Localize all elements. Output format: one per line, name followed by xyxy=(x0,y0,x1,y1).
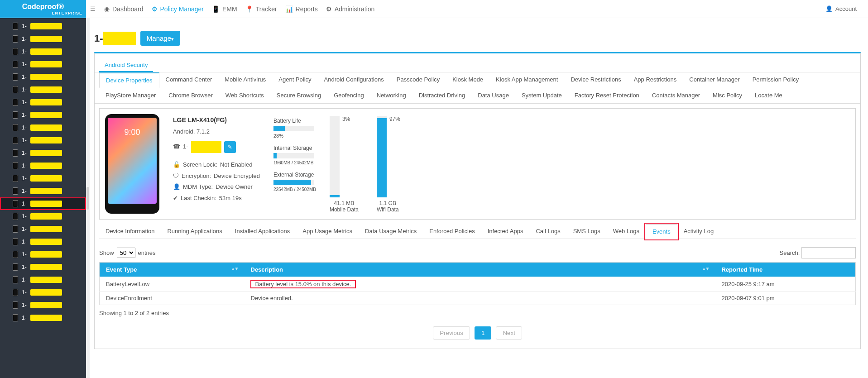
external-storage-label: External Storage xyxy=(273,172,316,178)
col-event-type[interactable]: Event Type▲▼ xyxy=(100,263,245,277)
sidebar-device-item[interactable]: 1-7 xyxy=(0,33,86,45)
nav-administration[interactable]: ⚙Administration xyxy=(326,5,375,13)
tab-agent-policy[interactable]: Agent Policy xyxy=(272,72,317,88)
tab-app-restrictions[interactable]: App Restrictions xyxy=(628,72,683,88)
tab-contacts-manager[interactable]: Contacts Manager xyxy=(646,88,706,103)
sidebar-device-item[interactable]: 1-7 xyxy=(0,273,86,286)
detail-tab-enforced-policies[interactable]: Enforced Policies xyxy=(423,224,481,239)
tab-playstore-manager[interactable]: PlayStore Manager xyxy=(99,88,162,103)
col-reported-time[interactable]: Reported Time xyxy=(715,263,856,277)
phone-icon xyxy=(13,175,18,182)
sidebar-device-item[interactable]: 1-7 xyxy=(0,96,86,109)
tab-web-shortcuts[interactable]: Web Shortcuts xyxy=(219,88,270,103)
col-description[interactable]: Description▲▼ xyxy=(245,263,715,277)
nav-tracker[interactable]: 📍Tracker xyxy=(245,5,277,13)
tab-mobile-antivirus[interactable]: Mobile Antivirus xyxy=(218,72,272,88)
phone-icon xyxy=(13,149,18,157)
tab-android-security[interactable]: Android Security xyxy=(99,59,153,72)
tab-kiosk-app-management[interactable]: Kiosk App Management xyxy=(489,72,564,88)
sidebar-device-item[interactable]: 1-7 xyxy=(0,45,86,58)
user-icon: 👤 xyxy=(173,182,180,193)
phone-icon xyxy=(13,124,18,131)
detail-tab-call-logs[interactable]: Call Logs xyxy=(529,224,566,239)
sidebar-device-item[interactable]: 1-7 xyxy=(0,210,86,223)
detail-tab-running-applications[interactable]: Running Applications xyxy=(161,224,228,239)
sidebar-device-item[interactable]: 1-7 xyxy=(0,147,86,159)
nav-reports[interactable]: 📊Reports xyxy=(285,5,318,13)
sidebar-device-item[interactable]: 1-7 xyxy=(0,134,86,147)
sidebar-device-item[interactable]: 1-7 xyxy=(0,185,86,197)
sidebar-device-item[interactable]: 1-7 xyxy=(0,261,86,273)
detail-tab-events[interactable]: Events xyxy=(646,224,677,239)
sidebar-device-item[interactable]: 1-7 xyxy=(0,223,86,235)
detail-tab-infected-apps[interactable]: Infected Apps xyxy=(481,224,530,239)
sidebar-device-item[interactable]: 1-7 xyxy=(0,197,86,210)
tab-kiosk-mode[interactable]: Kiosk Mode xyxy=(446,72,489,88)
sidebar-device-item[interactable]: 1-7 xyxy=(0,248,86,261)
brand-subtitle: ENTERPRISE xyxy=(52,11,86,15)
sidebar-device-item[interactable]: 1-7 xyxy=(0,20,86,33)
edit-phone-button[interactable]: ✎ xyxy=(224,141,236,153)
tab-geofencing[interactable]: Geofencing xyxy=(327,88,370,103)
detail-tab-data-usage-metrics[interactable]: Data Usage Metrics xyxy=(359,224,423,239)
tab-device-properties[interactable]: Device Properties xyxy=(99,72,159,88)
sidebar-resize-handle[interactable] xyxy=(86,18,90,378)
sidebar-device-item[interactable]: 1-7 xyxy=(0,286,86,299)
pager-next[interactable]: Next xyxy=(496,326,522,340)
sidebar-device-item[interactable]: 1-7 xyxy=(0,311,86,324)
sidebar-device-item[interactable]: 1-7 xyxy=(0,58,86,71)
detail-tab-installed-applications[interactable]: Installed Applications xyxy=(229,224,296,239)
sidebar-device-item[interactable]: 1-7 xyxy=(0,121,86,134)
tab-system-update[interactable]: System Update xyxy=(515,88,568,103)
device-image: 9:00 xyxy=(105,114,159,214)
device-sidebar[interactable]: 1-71-71-71-71-71-71-71-71-71-71-71-71-71… xyxy=(0,18,86,378)
detail-tab-app-usage-metrics[interactable]: App Usage Metrics xyxy=(296,224,359,239)
account-menu[interactable]: 👤Account xyxy=(825,5,857,12)
sidebar-device-item[interactable]: 1-7 xyxy=(0,299,86,311)
nav-policy-manager[interactable]: ⚙Policy Manager xyxy=(152,5,204,13)
tab-chrome-browser[interactable]: Chrome Browser xyxy=(162,88,219,103)
sidebar-device-item[interactable]: 1-7 xyxy=(0,159,86,172)
tab-distracted-driving[interactable]: Distracted Driving xyxy=(412,88,472,103)
menu-toggle-icon[interactable]: ☰ xyxy=(86,0,100,18)
sidebar-device-item[interactable]: 1-7 xyxy=(0,235,86,248)
tab-permission-policy[interactable]: Permission Policy xyxy=(746,72,806,88)
phone-icon xyxy=(13,111,18,119)
tab-passcode-policy[interactable]: Passcode Policy xyxy=(390,72,446,88)
tab-secure-browsing[interactable]: Secure Browsing xyxy=(270,88,327,103)
phone-icon xyxy=(13,99,18,106)
detail-tab-activity-log[interactable]: Activity Log xyxy=(677,224,720,239)
brand-logo[interactable]: Codeproof® ENTERPRISE xyxy=(0,0,86,18)
detail-tab-web-logs[interactable]: Web Logs xyxy=(607,224,646,239)
emm-icon: 📱 xyxy=(212,5,220,13)
tab-container-manager[interactable]: Container Manager xyxy=(683,72,746,88)
sidebar-device-item[interactable]: 1-7 xyxy=(0,71,86,83)
tab-command-center[interactable]: Command Center xyxy=(159,72,219,88)
tab-networking[interactable]: Networking xyxy=(370,88,412,103)
phone-icon: ☎ xyxy=(173,141,180,153)
sidebar-device-item[interactable]: 1-7 xyxy=(0,172,86,185)
tab-device-restrictions[interactable]: Device Restrictions xyxy=(564,72,627,88)
phone-icon xyxy=(13,61,18,68)
phone-icon xyxy=(13,23,18,30)
page-size-select[interactable]: 50 xyxy=(117,248,135,258)
tab-factory-reset-protection[interactable]: Factory Reset Protection xyxy=(568,88,646,103)
tab-locate-me[interactable]: Locate Me xyxy=(748,88,789,103)
nav-emm[interactable]: 📱EMM xyxy=(212,5,237,13)
sidebar-device-item[interactable]: 1-7 xyxy=(0,109,86,121)
dashboard-icon: ◉ xyxy=(104,5,110,13)
sidebar-device-item[interactable]: 1-7 xyxy=(0,83,86,96)
administration-icon: ⚙ xyxy=(326,5,332,13)
tab-data-usage[interactable]: Data Usage xyxy=(471,88,515,103)
tab-android-configurations[interactable]: Android Configurations xyxy=(318,72,390,88)
nav-dashboard[interactable]: ◉Dashboard xyxy=(104,5,144,13)
tab-misc-policy[interactable]: Misc Policy xyxy=(706,88,748,103)
pager-previous[interactable]: Previous xyxy=(433,326,470,340)
detail-tab-sms-logs[interactable]: SMS Logs xyxy=(567,224,607,239)
pager-page-1[interactable]: 1 xyxy=(475,326,491,340)
device-os: Android, 7.1.2 xyxy=(173,126,260,138)
search-input[interactable] xyxy=(801,247,856,258)
phone-icon xyxy=(13,213,18,220)
manage-button[interactable]: Manage▾ xyxy=(140,31,180,46)
detail-tab-device-information[interactable]: Device Information xyxy=(99,224,161,239)
